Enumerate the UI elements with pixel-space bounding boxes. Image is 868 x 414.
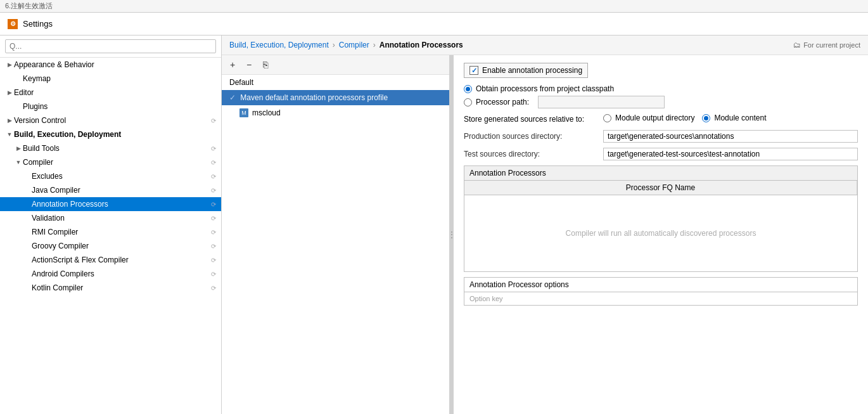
search-box xyxy=(0,36,221,58)
groovy-sync-icon: ⟳ xyxy=(211,243,216,250)
sidebar-label-keymap: Keymap xyxy=(23,74,216,83)
test-sources-row: Test sources directory: xyxy=(464,148,858,160)
enable-annotation-row[interactable]: Enable annotation processing xyxy=(464,63,588,78)
settings-icon: ⚙ xyxy=(8,19,18,29)
window-title: Settings xyxy=(23,19,53,29)
profile-default-label: Default xyxy=(229,78,253,87)
sidebar-label-build-execution: Build, Execution, Deployment xyxy=(14,130,216,139)
sidebar-label-appearance: Appearance & Behavior xyxy=(14,60,216,69)
radio-group-source: Obtain processors from project classpath… xyxy=(464,84,858,108)
processor-path-row[interactable]: Processor path: xyxy=(464,96,858,108)
settings-panel: Enable annotation processing Obtain proc… xyxy=(454,55,868,414)
store-options: Module output directory Module content xyxy=(603,113,766,125)
sidebar-item-build-tools[interactable]: Build Tools ⟳ xyxy=(0,141,221,155)
breadcrumb-sep-2: › xyxy=(373,41,376,49)
annotation-options-section: Annotation Processor options Option key xyxy=(464,277,858,306)
sidebar-label-vc: Version Control xyxy=(14,116,211,125)
profiles-toolbar: + − ⎘ xyxy=(222,55,449,75)
sidebar-label-excludes: Excludes xyxy=(32,172,211,181)
sidebar-item-version-control[interactable]: Version Control ⟳ xyxy=(0,113,221,127)
obtain-processors-label: Obtain processors from project classpath xyxy=(476,84,614,93)
java-compiler-sync-icon: ⟳ xyxy=(211,187,216,194)
sidebar-label-actionscript: ActionScript & Flex Compiler xyxy=(32,256,211,264)
content-body: + − ⎘ Default ✓ Maven default annotation… xyxy=(222,55,868,414)
project-label: For current project xyxy=(803,41,860,49)
module-content-radio[interactable] xyxy=(702,114,710,122)
obtain-processors-row[interactable]: Obtain processors from project classpath xyxy=(464,84,858,93)
processor-path-input[interactable] xyxy=(538,96,665,108)
sidebar-item-build-execution[interactable]: Build, Execution, Deployment xyxy=(0,127,221,141)
sidebar-tree: Appearance & Behavior Keymap Editor Plug… xyxy=(0,58,221,414)
test-sources-label: Test sources directory: xyxy=(464,150,603,158)
sidebar-label-rmi: RMI Compiler xyxy=(32,228,211,236)
option-key-label: Option key xyxy=(464,292,857,305)
sidebar-label-validation: Validation xyxy=(32,214,211,223)
breadcrumb-build[interactable]: Build, Execution, Deployment xyxy=(229,41,329,49)
sidebar-item-validation[interactable]: Validation ⟳ xyxy=(0,211,221,225)
sidebar-item-annotation-processors[interactable]: Annotation Processors ⟳ xyxy=(0,197,221,211)
profiles-list: Default ✓ Maven default annotation proce… xyxy=(222,75,449,414)
module-output-row[interactable]: Module output directory xyxy=(603,113,694,122)
profiles-panel: + − ⎘ Default ✓ Maven default annotation… xyxy=(222,55,450,414)
expand-arrow-build xyxy=(5,131,14,138)
annotation-processors-section: Annotation Processors Processor FQ Name … xyxy=(464,165,858,272)
breadcrumb: Build, Execution, Deployment › Compiler … xyxy=(222,36,868,55)
validation-sync-icon: ⟳ xyxy=(211,215,216,222)
module-content-row[interactable]: Module content xyxy=(702,113,766,122)
sidebar-label-java-compiler: Java Compiler xyxy=(32,186,211,195)
store-label: Store generated sources relative to: xyxy=(464,115,603,124)
expand-arrow-compiler xyxy=(14,159,23,165)
sidebar-item-groovy-compiler[interactable]: Groovy Compiler ⟳ xyxy=(0,239,221,253)
sidebar-item-editor[interactable]: Editor xyxy=(0,86,221,100)
sidebar-label-kotlin: Kotlin Compiler xyxy=(32,283,211,292)
module-output-label: Module output directory xyxy=(615,113,694,122)
sidebar-item-java-compiler[interactable]: Java Compiler ⟳ xyxy=(0,183,221,197)
sidebar: Appearance & Behavior Keymap Editor Plug… xyxy=(0,36,222,414)
sidebar-item-kotlin[interactable]: Kotlin Compiler ⟳ xyxy=(0,281,221,295)
actionscript-sync-icon: ⟳ xyxy=(211,257,216,264)
sidebar-item-compiler[interactable]: Compiler ⟳ xyxy=(0,155,221,169)
processor-path-radio[interactable] xyxy=(464,98,472,107)
annotation-table-header: Processor FQ Name xyxy=(464,181,857,195)
annotation-processors-section-title: Annotation Processors xyxy=(464,166,857,181)
production-sources-input[interactable] xyxy=(603,130,858,143)
breadcrumb-sep-1: › xyxy=(333,41,335,49)
expand-arrow-editor xyxy=(5,89,14,96)
sidebar-item-excludes[interactable]: Excludes ⟳ xyxy=(0,169,221,183)
sidebar-label-groovy: Groovy Compiler xyxy=(32,242,211,250)
remove-profile-button[interactable]: − xyxy=(242,58,256,72)
sidebar-item-keymap[interactable]: Keymap xyxy=(0,72,221,86)
sidebar-item-appearance[interactable]: Appearance & Behavior xyxy=(0,58,221,72)
breadcrumb-current: Annotation Processors xyxy=(380,41,463,49)
processor-fq-column: Processor FQ Name xyxy=(464,181,857,195)
sidebar-item-android[interactable]: Android Compilers ⟳ xyxy=(0,267,221,281)
breadcrumb-compiler[interactable]: Compiler xyxy=(339,41,369,49)
sidebar-item-actionscript[interactable]: ActionScript & Flex Compiler ⟳ xyxy=(0,253,221,267)
enable-annotation-checkbox[interactable] xyxy=(469,66,478,75)
excludes-sync-icon: ⟳ xyxy=(211,173,216,180)
profile-default[interactable]: Default xyxy=(222,75,449,90)
obtain-processors-radio[interactable] xyxy=(464,85,472,93)
page-tab-label: 6.注解生效激活 xyxy=(5,1,53,11)
sidebar-item-plugins[interactable]: Plugins xyxy=(0,100,221,113)
add-profile-button[interactable]: + xyxy=(226,58,239,72)
processor-path-label: Processor path: xyxy=(476,98,529,107)
kotlin-sync-icon: ⟳ xyxy=(211,285,216,292)
content-area: Build, Execution, Deployment › Compiler … xyxy=(222,36,868,414)
breadcrumb-project: 🗂 For current project xyxy=(793,41,860,49)
module-icon: M xyxy=(239,108,248,117)
sidebar-item-rmi-compiler[interactable]: RMI Compiler ⟳ xyxy=(0,225,221,239)
vc-sync-icon: ⟳ xyxy=(211,117,216,124)
search-input[interactable] xyxy=(5,39,216,53)
enable-annotation-label: Enable annotation processing xyxy=(482,66,582,75)
rmi-sync-icon: ⟳ xyxy=(211,229,216,236)
profile-maven-default[interactable]: ✓ Maven default annotation processors pr… xyxy=(222,90,449,105)
sidebar-label-compiler: Compiler xyxy=(23,158,211,167)
store-sources-row: Store generated sources relative to: Mod… xyxy=(464,113,858,125)
sidebar-label-android: Android Compilers xyxy=(32,269,211,278)
module-output-radio[interactable] xyxy=(603,114,611,122)
page-tab: 6.注解生效激活 xyxy=(0,0,868,13)
copy-profile-button[interactable]: ⎘ xyxy=(258,58,272,72)
profile-mscloud[interactable]: M mscloud xyxy=(222,105,449,120)
test-sources-input[interactable] xyxy=(603,148,858,160)
